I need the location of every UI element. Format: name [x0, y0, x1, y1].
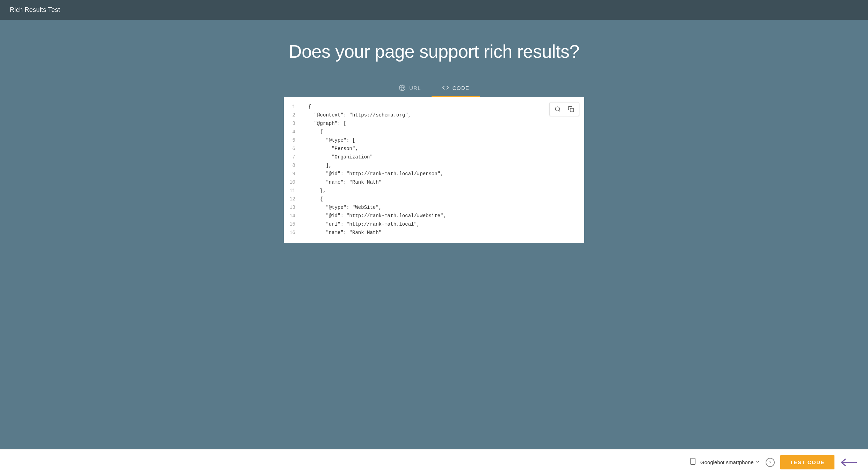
app-title: Rich Results Test [10, 6, 60, 14]
arrow-indicator [840, 457, 858, 468]
svg-line-3 [559, 110, 560, 111]
tabs-container: URL CODE [388, 79, 480, 97]
tab-url-label: URL [409, 85, 421, 91]
code-line-6: "Person", [308, 145, 577, 153]
device-selector: Googlebot smartphone [689, 458, 760, 467]
code-line-16: "name": "Rank Math" [308, 229, 577, 237]
code-panel: 1 2 3 4 5 6 7 8 9 10 11 12 13 14 15 16 {… [284, 97, 584, 243]
device-dropdown[interactable]: Googlebot smartphone [700, 459, 760, 465]
tab-code[interactable]: CODE [432, 79, 480, 97]
code-line-10: "name": "Rank Math" [308, 178, 577, 187]
svg-point-2 [555, 107, 559, 111]
hero-title: Does your page support rich results? [289, 41, 579, 62]
code-line-15: "url": "http://rank-math.local", [308, 220, 577, 229]
main-content: Does your page support rich results? URL… [0, 20, 868, 475]
code-line-7: "Organization" [308, 153, 577, 162]
code-line-13: "@type": "WebSite", [308, 204, 577, 212]
code-line-14: "@id": "http://rank-math.local/#website"… [308, 212, 577, 220]
code-editor[interactable]: 1 2 3 4 5 6 7 8 9 10 11 12 13 14 15 16 {… [284, 97, 584, 243]
dropdown-arrow-icon [755, 459, 760, 465]
search-button[interactable] [552, 104, 564, 114]
tab-url[interactable]: URL [388, 79, 432, 97]
globe-icon [399, 84, 406, 91]
code-line-2: "@context": "https://schema.org", [308, 111, 577, 120]
svg-rect-5 [691, 458, 695, 465]
topbar: Rich Results Test [0, 0, 868, 20]
code-line-11: }, [308, 187, 577, 195]
code-toolbar [549, 102, 579, 116]
code-line-8: ], [308, 162, 577, 170]
code-line-12: { [308, 195, 577, 204]
bottom-bar: Googlebot smartphone ? TEST CODE [0, 449, 868, 475]
code-line-5: "@type": [ [308, 136, 577, 145]
code-content[interactable]: { "@context": "https://schema.org", "@gr… [301, 103, 584, 237]
help-label: ? [769, 460, 772, 465]
test-code-button[interactable]: TEST CODE [780, 455, 834, 469]
device-label: Googlebot smartphone [700, 459, 754, 465]
smartphone-icon [689, 458, 697, 467]
code-line-3: "@graph": [ [308, 120, 577, 128]
code-line-9: "@id": "http://rank-math.local/#person", [308, 170, 577, 178]
tab-code-label: CODE [453, 85, 469, 91]
code-line-1: { [308, 103, 577, 111]
help-button[interactable]: ? [766, 458, 775, 467]
svg-rect-4 [570, 108, 574, 112]
code-brackets-icon [442, 84, 449, 91]
code-line-4: { [308, 128, 577, 136]
line-numbers: 1 2 3 4 5 6 7 8 9 10 11 12 13 14 15 16 [284, 103, 301, 237]
copy-button[interactable] [565, 104, 577, 114]
